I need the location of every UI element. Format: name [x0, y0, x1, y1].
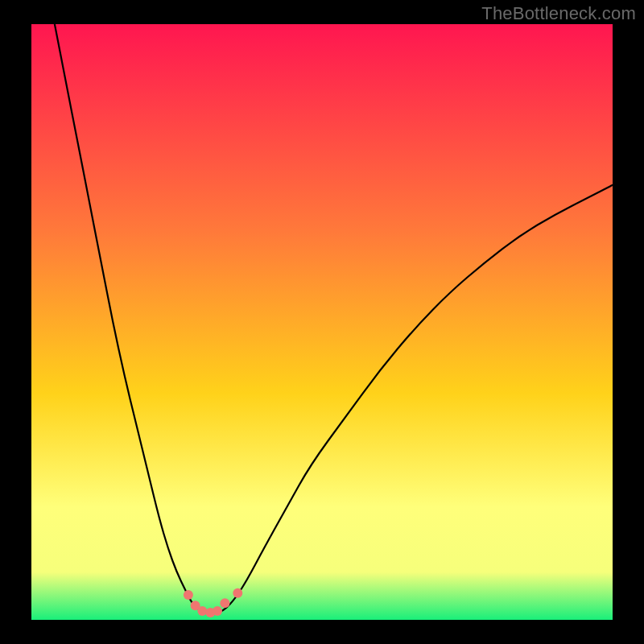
- plot-area: [31, 24, 613, 620]
- chart-svg: [31, 24, 613, 620]
- valley-marker: [233, 588, 242, 598]
- gradient-background: [31, 24, 613, 620]
- watermark-text: TheBottleneck.com: [481, 3, 636, 24]
- valley-marker: [197, 606, 207, 616]
- chart-stage: TheBottleneck.com: [0, 0, 644, 644]
- valley-marker: [213, 606, 222, 616]
- valley-marker: [220, 598, 229, 608]
- valley-marker: [184, 590, 193, 600]
